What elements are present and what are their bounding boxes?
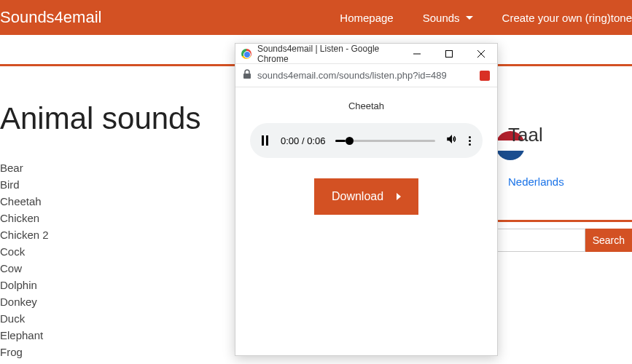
sound-list-item[interactable]: Bear [0, 159, 200, 176]
nav-homepage[interactable]: Homepage [340, 12, 393, 24]
sound-list-item[interactable]: Chicken 2 [0, 226, 200, 243]
main-nav: Homepage Sounds Create your own (ring)to… [340, 12, 632, 24]
svg-rect-1 [446, 50, 453, 57]
page-title: Animal sounds [0, 101, 200, 136]
window-titlebar[interactable]: Sounds4email | Listen - Google Chrome [235, 44, 497, 64]
nav-create[interactable]: Create your own (ring)tone [502, 12, 632, 24]
sound-list-item[interactable]: Chicken [0, 210, 200, 226]
window-title: Sounds4email | Listen - Google Chrome [257, 44, 401, 64]
chrome-popup-window: Sounds4email | Listen - Google Chrome so… [235, 43, 498, 356]
url-text: sounds4email.com/sounds/listen.php?id=48… [257, 70, 480, 81]
sound-list-item[interactable]: Duck [0, 310, 200, 327]
svg-rect-4 [243, 74, 251, 79]
nav-sounds-label: Sounds [423, 12, 460, 24]
sound-list: BearBirdCheetahChickenChicken 2CockCowDo… [0, 159, 200, 360]
caret-down-icon [466, 16, 473, 20]
nav-create-label: Create your own (ring)tone [502, 12, 632, 24]
language-link[interactable]: Nederlands [508, 175, 632, 188]
sound-title: Cheetah [250, 100, 483, 111]
extension-icon[interactable] [480, 71, 490, 81]
sidebar: Taal Nederlands [508, 124, 632, 188]
divider [496, 220, 632, 222]
audio-player: 0:00 / 0:06 [250, 123, 483, 158]
sound-list-item[interactable]: Frog [0, 344, 200, 360]
site-header: Sounds4email Homepage Sounds Create your… [0, 0, 632, 35]
volume-icon[interactable] [445, 132, 459, 149]
sound-list-item[interactable]: Dolphin [0, 277, 200, 293]
close-button[interactable] [465, 44, 497, 64]
pause-button[interactable] [262, 135, 270, 146]
sound-list-item[interactable]: Cock [0, 243, 200, 260]
lock-icon [243, 69, 251, 82]
more-menu-icon[interactable] [469, 136, 471, 146]
seek-slider[interactable] [335, 140, 435, 142]
sound-list-item[interactable]: Cow [0, 260, 200, 277]
language-heading: Taal [508, 124, 632, 146]
sound-list-item[interactable]: Cheetah [0, 193, 200, 210]
download-label: Download [332, 190, 383, 203]
sound-list-item[interactable]: Donkey [0, 293, 200, 310]
minimize-button[interactable] [401, 44, 433, 64]
arrow-right-icon [397, 193, 401, 200]
site-logo[interactable]: Sounds4email [0, 8, 101, 27]
sound-list-item[interactable]: Bird [0, 176, 200, 193]
sound-list-item[interactable]: Elephant [0, 327, 200, 344]
search-area: Search [480, 229, 632, 252]
chrome-favicon-icon [241, 49, 251, 59]
maximize-button[interactable] [433, 44, 465, 64]
nav-sounds[interactable]: Sounds [423, 12, 473, 24]
popup-body: Cheetah 0:00 / 0:06 Download [235, 87, 497, 228]
search-button[interactable]: Search [585, 229, 632, 252]
nav-homepage-label: Homepage [340, 12, 393, 24]
download-button[interactable]: Download [314, 178, 418, 215]
time-display: 0:00 / 0:06 [281, 135, 325, 146]
address-bar[interactable]: sounds4email.com/sounds/listen.php?id=48… [235, 64, 497, 87]
